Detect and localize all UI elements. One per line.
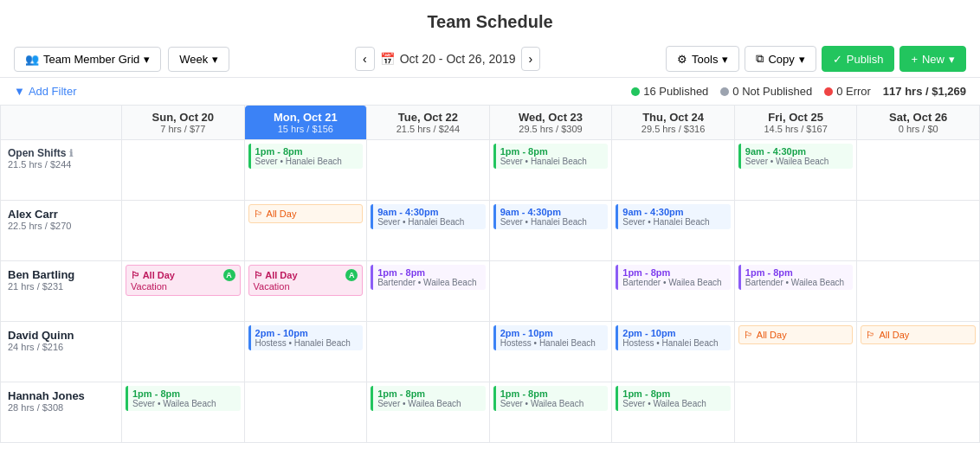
col-header-fri: Fri, Oct 25 14.5 hrs / $167 [735, 106, 858, 140]
calendar-cell[interactable]: 1pm - 8pm Sever • Hanalei Beach [245, 140, 368, 201]
flag-icon: 🏳 [744, 330, 753, 340]
employee-name: David Quinn [8, 329, 114, 342]
calendar-cell[interactable] [612, 140, 735, 201]
allday-block[interactable]: 🏳 All Day [248, 204, 364, 223]
tools-button[interactable]: ⚙ Tools ▾ [666, 46, 739, 72]
top-bar-left: 👥 Team Member Grid ▾ Week ▾ [14, 47, 229, 72]
calendar-cell[interactable]: 9am - 4:30pm Sever • Hanalei Beach [490, 201, 613, 261]
shift-block[interactable]: 1pm - 8pm Sever • Wailea Beach [126, 386, 241, 411]
shift-block[interactable]: 1pm - 8pm Sever • Wailea Beach [616, 386, 731, 411]
calendar-cell[interactable]: 2pm - 10pm Hostess • Hanalei Beach [612, 322, 735, 382]
employee-hrs: 28 hrs / $308 [8, 402, 114, 413]
calendar-cell[interactable]: 🏳 All Day [857, 322, 980, 382]
calendar-cell[interactable] [490, 261, 613, 322]
shift-block[interactable]: 9am - 4:30pm Sever • Wailea Beach [738, 144, 854, 169]
shift-block[interactable]: 2pm - 10pm Hostess • Hanalei Beach [248, 325, 364, 350]
corner-cell [1, 106, 122, 140]
allday-block[interactable]: 🏳 All Day [738, 325, 854, 344]
calendar-cell[interactable]: 2pm - 10pm Hostess • Hanalei Beach [490, 322, 613, 382]
shift-block[interactable]: 9am - 4:30pm Sever • Hanalei Beach [371, 204, 486, 229]
calendar-cell[interactable] [122, 322, 245, 382]
shift-time: 9am - 4:30pm [377, 207, 481, 217]
day-name: Wed, Oct 23 [497, 111, 605, 124]
shift-block[interactable]: 1pm - 8pm Sever • Hanalei Beach [248, 144, 364, 169]
calendar-cell[interactable]: 9am - 4:30pm Sever • Hanalei Beach [367, 201, 490, 261]
employee-name: Ben Bartling [8, 268, 114, 281]
prev-week-button[interactable]: ‹ [355, 47, 375, 71]
shift-block[interactable]: 2pm - 10pm Hostess • Hanalei Beach [616, 325, 731, 350]
flag-icon: 🏳 [254, 209, 263, 219]
calendar-cell[interactable] [122, 140, 245, 201]
shift-time: 1pm - 8pm [500, 388, 604, 399]
col-header-wed: Wed, Oct 23 29.5 hrs / $309 [490, 106, 613, 140]
calendar-cell[interactable]: 9am - 4:30pm Sever • Wailea Beach [735, 140, 858, 201]
calendar-cell[interactable]: 1pm - 8pm Sever • Wailea Beach [122, 382, 245, 443]
next-week-button[interactable]: › [521, 47, 541, 71]
calendar-cell[interactable] [735, 201, 858, 261]
shift-time: 2pm - 10pm [500, 328, 604, 338]
vacation-block[interactable]: 🏳 All Day A Vacation [248, 265, 364, 296]
shift-time: 1pm - 8pm [745, 267, 849, 278]
shift-block[interactable]: 1pm - 8pm Bartender • Wailea Beach [616, 265, 731, 290]
shift-block[interactable]: 1pm - 8pm Bartender • Wailea Beach [738, 265, 854, 290]
calendar-cell[interactable]: 1pm - 8pm Bartender • Wailea Beach [735, 261, 858, 322]
calendar-cell[interactable]: 🏳 All Day [245, 201, 368, 261]
row-header: Ben Bartling 21 hrs / $231 [1, 261, 122, 322]
shift-location: Sever • Hanalei Beach [500, 157, 604, 166]
calendar-cell[interactable] [245, 382, 368, 443]
shift-block[interactable]: 9am - 4:30pm Sever • Hanalei Beach [493, 204, 609, 229]
shift-block[interactable]: 1pm - 8pm Sever • Wailea Beach [493, 386, 609, 411]
day-hrs: 14.5 hrs / $167 [742, 124, 850, 134]
calendar-cell[interactable] [857, 261, 980, 322]
employee-hrs: 22.5 hrs / $270 [8, 221, 114, 231]
shift-block[interactable]: 1pm - 8pm Sever • Wailea Beach [371, 386, 486, 411]
week-button[interactable]: Week ▾ [168, 47, 229, 72]
col-header-sat: Sat, Oct 26 0 hrs / $0 [857, 106, 980, 140]
calendar-cell[interactable]: 1pm - 8pm Bartender • Wailea Beach [612, 261, 735, 322]
allday-block[interactable]: 🏳 All Day [861, 325, 976, 344]
team-member-grid-button[interactable]: 👥 Team Member Grid ▾ [14, 47, 161, 72]
calendar-cell[interactable] [735, 382, 858, 443]
shift-time: 2pm - 10pm [622, 328, 726, 338]
shift-location: Hostess • Hanalei Beach [500, 338, 604, 348]
shift-block[interactable]: 1pm - 8pm Bartender • Wailea Beach [371, 265, 486, 290]
calendar-cell[interactable]: 2pm - 10pm Hostess • Hanalei Beach [245, 322, 368, 382]
shift-location: Bartender • Wailea Beach [745, 278, 849, 287]
calendar-cell[interactable]: 1pm - 8pm Sever • Wailea Beach [490, 382, 613, 443]
calendar-cell[interactable]: 1pm - 8pm Sever • Hanalei Beach [490, 140, 613, 201]
top-bar-center: ‹ 📅 Oct 20 - Oct 26, 2019 › [236, 47, 659, 71]
vacation-block[interactable]: 🏳 All Day A Vacation [126, 265, 241, 296]
add-filter-button[interactable]: ▼ Add Filter [14, 85, 77, 98]
shift-block[interactable]: 9am - 4:30pm Sever • Hanalei Beach [616, 204, 731, 229]
badge: A [345, 269, 358, 281]
calendar-cell[interactable] [857, 140, 980, 201]
publish-button[interactable]: ✓ Publish [822, 46, 895, 72]
calendar-cell[interactable]: 🏳 All Day A Vacation [122, 261, 245, 322]
tools-label: Tools [692, 53, 718, 66]
copy-button[interactable]: ⧉ Copy ▾ [745, 46, 816, 72]
chevron-down-icon: ▾ [949, 53, 955, 66]
calendar-cell[interactable] [367, 140, 490, 201]
calendar-cell[interactable]: 1pm - 8pm Bartender • Wailea Beach [367, 261, 490, 322]
people-icon: 👥 [25, 53, 39, 66]
calendar-cell[interactable] [857, 201, 980, 261]
allday-label: All Day [267, 209, 297, 219]
calendar-cell[interactable]: 1pm - 8pm Sever • Wailea Beach [367, 382, 490, 443]
view-label: Team Member Grid [43, 53, 139, 66]
calendar-cell[interactable]: 9am - 4:30pm Sever • Hanalei Beach [612, 201, 735, 261]
new-button[interactable]: + New ▾ [899, 46, 966, 72]
shift-block[interactable]: 1pm - 8pm Sever • Hanalei Beach [493, 144, 609, 169]
chevron-down-icon: ▾ [799, 53, 805, 66]
day-name: Fri, Oct 25 [742, 111, 850, 124]
calendar-cell[interactable]: 1pm - 8pm Sever • Wailea Beach [612, 382, 735, 443]
calendar-cell[interactable] [122, 201, 245, 261]
error-dot [824, 87, 833, 96]
shift-location: Sever • Wailea Beach [745, 157, 849, 166]
calendar-cell[interactable]: 🏳 All Day [735, 322, 858, 382]
calendar-cell[interactable]: 🏳 All Day A Vacation [245, 261, 368, 322]
calendar-cell[interactable] [857, 382, 980, 443]
calendar-cell[interactable] [367, 322, 490, 382]
shift-block[interactable]: 2pm - 10pm Hostess • Hanalei Beach [493, 325, 609, 350]
row-header: Hannah Jones 28 hrs / $308 [1, 382, 122, 443]
shift-time: 1pm - 8pm [622, 388, 726, 399]
